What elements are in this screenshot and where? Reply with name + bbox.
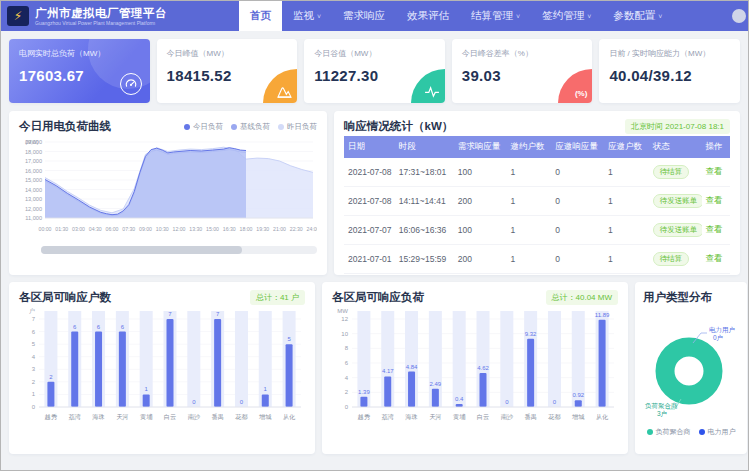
nav-item-home[interactable]: 首页 (239, 1, 282, 31)
bar-黄埔[interactable] (143, 394, 150, 407)
nav-item-settlement-management[interactable]: 结算管理˅ (460, 1, 531, 31)
user-avatar[interactable] (732, 9, 746, 23)
bar-越秀[interactable] (360, 397, 367, 407)
bar-黄埔[interactable] (456, 404, 463, 407)
bar-番禺[interactable] (214, 319, 221, 407)
x-tick-label: 19:30 (256, 226, 269, 232)
kpi-label: 今日谷值（MW） (314, 48, 435, 59)
kpi-row: 电网实时总负荷（MW）17603.67今日峰值（MW）18415.52今日谷值（… (9, 39, 740, 103)
view-link[interactable]: 查看 (706, 253, 723, 263)
legend-item-power-user[interactable]: 电力用户 (699, 427, 736, 437)
table-cell: 待发送账单 (649, 216, 702, 245)
table-header-cell: 操作 (702, 136, 731, 158)
table-cell: 1 (604, 245, 649, 274)
legend-dot-teal (647, 429, 653, 435)
x-tick-label: 06:00 (106, 226, 119, 232)
x-tick-label: 荔湾 (382, 413, 394, 421)
legend-label: 基线负荷 (240, 122, 270, 132)
bar-荔湾[interactable] (71, 332, 78, 407)
main-nav: 首页监视˅需求响应效果评估结算管理˅签约管理˅参数配置˅ (239, 1, 732, 31)
response-stats-card: 响应情况统计（kW） 北京时间 2021-07-08 18:1 日期时段需求响应… (334, 111, 740, 275)
legend-item-今日负荷[interactable]: 今日负荷 (184, 122, 223, 132)
bar-越秀[interactable] (47, 382, 54, 407)
view-link[interactable]: 查看 (706, 166, 723, 176)
x-tick-label: 番禺 (524, 413, 536, 421)
nav-item-demand-response[interactable]: 需求响应 (332, 1, 396, 31)
status-badge: 待发送账单 (653, 194, 702, 208)
table-cell: 2021-07-01 (344, 245, 395, 274)
bar-天河[interactable] (432, 389, 439, 407)
bar-番禺[interactable] (527, 339, 534, 407)
nav-item-label: 需求响应 (343, 9, 385, 23)
bar-增城[interactable] (575, 400, 582, 407)
view-link[interactable]: 查看 (706, 224, 723, 234)
donut-label-aggregator: 负荷聚合商 (645, 402, 678, 410)
bar-从化[interactable] (599, 320, 606, 407)
table-cell: 查看 (702, 245, 731, 274)
user-type-title: 用户类型分布 (643, 290, 739, 305)
x-tick-label: 花都 (235, 413, 247, 421)
x-tick-label: 24:00 (307, 226, 317, 232)
nav-item-label: 监视 (293, 9, 314, 23)
nav-item-contract-management[interactable]: 签约管理˅ (531, 1, 602, 31)
y-tick-label: 12 (341, 316, 348, 322)
donut-label-aggregator-count: 3户 (657, 410, 667, 417)
legend-item-aggregator[interactable]: 负荷聚合商 (647, 427, 691, 437)
table-header-cell: 状态 (649, 136, 702, 158)
table-cell: 1 (604, 187, 649, 216)
y-tick-label: 17,000 (25, 158, 42, 164)
table-cell: 1 (507, 245, 552, 274)
legend-item-昨日负荷[interactable]: 昨日负荷 (278, 122, 317, 132)
donut-label-power-user-count: 0户 (713, 334, 723, 341)
kpi-card-response-capability: 日前 / 实时响应能力（MW）40.04/39.12 (599, 39, 740, 103)
bar-荔湾[interactable] (384, 376, 391, 407)
x-tick-label: 天河 (429, 413, 441, 421)
bar-backdrop (259, 311, 272, 407)
district-load-chart: 024681012MW1.39越秀4.17荔湾4.84海珠2.49天河0.4黄埔… (332, 307, 618, 437)
x-tick-label: 越秀 (358, 413, 370, 421)
y-tick-label: 3 (32, 366, 36, 372)
bar-增城[interactable] (262, 394, 269, 407)
bar-天河[interactable] (119, 332, 126, 407)
y-tick-label: 10 (341, 331, 348, 337)
bar-backdrop (548, 311, 561, 407)
district-households-card: 各区局可响应户数 总计：41 户 01234567户2越秀6荔湾6海珠6天河1黄… (9, 282, 315, 454)
table-cell: 1 (604, 216, 649, 245)
x-tick-label: 番禺 (211, 413, 223, 421)
bar-backdrop (187, 311, 200, 407)
bar-白云[interactable] (480, 373, 487, 407)
kpi-label: 今日峰谷差率（%） (462, 48, 583, 59)
chart-zoom-slider[interactable] (41, 246, 317, 254)
app-logo-icon: ⚡ (7, 6, 29, 26)
table-cell: 17:31~18:01 (395, 158, 454, 187)
bar-海珠[interactable] (95, 332, 102, 407)
table-row: 2021-07-0115:29~15:59200101待结算查看 (344, 245, 730, 274)
y-tick-label: 4 (32, 354, 36, 360)
bar-value-label: 4.17 (382, 368, 394, 374)
bar-海珠[interactable] (408, 372, 415, 407)
donut-ring-aggregator[interactable] (665, 347, 713, 395)
nav-item-effect-evaluation[interactable]: 效果评估 (396, 1, 460, 31)
series-area-今日负荷 (45, 148, 246, 218)
legend-label: 负荷聚合商 (656, 427, 691, 437)
nav-item-parameter-config[interactable]: 参数配置˅ (602, 1, 673, 31)
percent-glyph: (%) (575, 89, 587, 98)
x-tick-label: 海珠 (405, 413, 417, 421)
table-cell: 1 (507, 216, 552, 245)
y-axis-unit: (MW) (25, 139, 39, 145)
nav-item-monitor[interactable]: 监视˅ (282, 1, 332, 31)
bar-白云[interactable] (167, 319, 174, 407)
x-tick-label: 荔湾 (69, 413, 81, 421)
status-badge: 待结算 (653, 165, 690, 179)
top-navbar: ⚡ 广州市虚拟电厂管理平台 Guangzhou Virtual Power Pl… (1, 1, 748, 31)
brand: ⚡ 广州市虚拟电厂管理平台 Guangzhou Virtual Power Pl… (1, 1, 239, 31)
bar-从化[interactable] (286, 344, 293, 407)
app-window: ⚡ 广州市虚拟电厂管理平台 Guangzhou Virtual Power Pl… (0, 0, 749, 471)
chevron-down-icon: ˅ (317, 13, 321, 20)
legend-item-基线负荷[interactable]: 基线负荷 (231, 122, 270, 132)
bar-value-label: 11.89 (595, 312, 610, 318)
bar-value-label: 9.32 (525, 331, 537, 337)
table-cell: 0 (551, 216, 604, 245)
view-link[interactable]: 查看 (706, 195, 723, 205)
nav-right (732, 1, 748, 31)
